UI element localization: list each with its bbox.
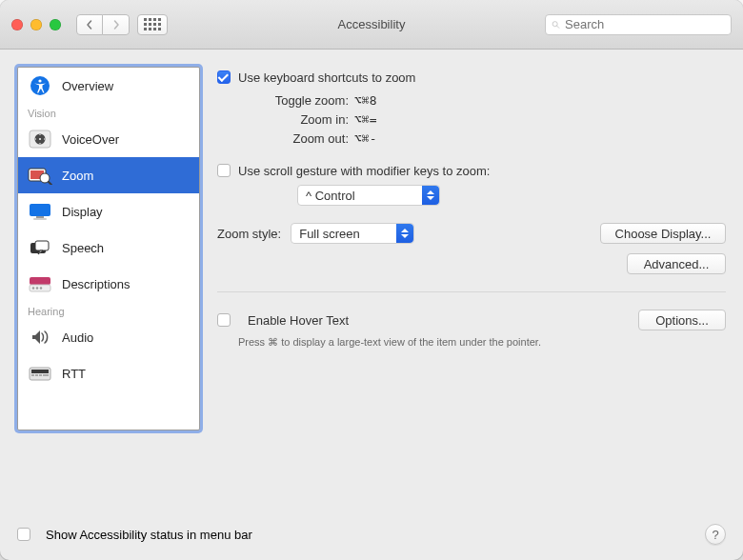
choose-display-label: Choose Display... — [615, 227, 712, 241]
svg-rect-15 — [35, 241, 49, 250]
descriptions-icon — [28, 273, 52, 294]
sidebar-item-audio[interactable]: Audio — [18, 319, 199, 355]
sidebar-item-label: Descriptions — [62, 277, 131, 291]
sidebar-item-voiceover[interactable]: VoiceOver — [18, 121, 199, 157]
body: Overview Vision VoiceOver Zoom Display — [0, 50, 743, 514]
close-window-button[interactable] — [11, 19, 23, 30]
sidebar-item-label: Speech — [62, 241, 104, 255]
svg-rect-26 — [43, 374, 49, 376]
show-status-menubar-label: Show Accessibility status in menu bar — [46, 528, 252, 542]
minimize-window-button[interactable] — [30, 19, 42, 30]
sidebar-item-label: Overview — [62, 79, 113, 93]
svg-line-1 — [557, 26, 559, 28]
advanced-label: Advanced... — [644, 257, 710, 271]
sidebar-category-vision: Vision — [18, 104, 199, 121]
grid-icon — [144, 18, 161, 30]
sidebar-item-label: RTT — [62, 367, 86, 381]
rtt-icon — [28, 363, 52, 384]
audio-icon — [28, 327, 52, 348]
window-controls — [11, 19, 61, 30]
chevron-right-icon — [111, 20, 121, 30]
hover-text-options-button[interactable]: Options... — [638, 310, 726, 330]
zoom-style-select[interactable]: Full screen — [291, 223, 414, 244]
display-icon — [28, 201, 52, 222]
category-sidebar[interactable]: Overview Vision VoiceOver Zoom Display — [17, 67, 200, 430]
svg-rect-21 — [30, 368, 50, 380]
zoom-style-row: Zoom style: Full screen Choose Display..… — [217, 223, 726, 244]
toolbar: Accessibility — [0, 0, 743, 50]
sidebar-item-label: Zoom — [62, 169, 93, 183]
zoom-in-label: Zoom in: — [238, 110, 349, 130]
forward-button[interactable] — [103, 14, 130, 35]
svg-point-18 — [32, 287, 34, 289]
svg-point-3 — [38, 79, 41, 82]
enable-hover-text-label: Enable Hover Text — [248, 313, 349, 328]
advanced-button[interactable]: Advanced... — [627, 253, 726, 274]
sidebar-item-label: VoiceOver — [62, 132, 119, 147]
zoom-settings-panel: Use keyboard shortcuts to zoom Toggle zo… — [217, 67, 726, 507]
footer: Show Accessibility status in menu bar ? — [0, 514, 743, 560]
zoom-in-shortcut: ⌥⌘= — [354, 110, 376, 130]
svg-point-20 — [40, 287, 42, 289]
sidebar-item-overview[interactable]: Overview — [18, 68, 199, 104]
zoom-out-label: Zoom out: — [238, 130, 349, 149]
voiceover-icon — [28, 129, 52, 150]
svg-line-10 — [49, 182, 51, 185]
toggle-zoom-label: Toggle zoom: — [238, 91, 349, 110]
stepper-icon — [396, 224, 413, 243]
sidebar-item-zoom[interactable]: Zoom — [18, 157, 199, 193]
svg-rect-11 — [30, 204, 50, 216]
keyboard-shortcuts-list: Toggle zoom:⌥⌘8 Zoom in:⌥⌘= Zoom out:⌥⌘- — [238, 91, 726, 149]
zoom-window-button[interactable] — [50, 19, 61, 30]
show-all-button[interactable] — [137, 14, 168, 35]
advanced-row: Advanced... — [217, 253, 726, 274]
svg-rect-16 — [30, 277, 50, 285]
search-icon — [552, 19, 560, 30]
modifier-key-value: ^ Control — [306, 189, 355, 203]
svg-rect-22 — [31, 370, 49, 373]
nav-back-forward — [76, 14, 130, 35]
zoom-icon — [28, 165, 52, 186]
use-scroll-gesture-label: Use scroll gesture with modifier keys to… — [238, 164, 490, 178]
options-label: Options... — [655, 313, 709, 328]
help-icon: ? — [712, 528, 718, 542]
stepper-icon — [422, 186, 439, 205]
sidebar-category-hearing: Hearing — [18, 302, 199, 319]
speech-icon — [28, 237, 52, 258]
sidebar-item-rtt[interactable]: RTT — [18, 355, 199, 391]
svg-rect-12 — [36, 216, 44, 218]
svg-point-6 — [39, 138, 41, 140]
use-keyboard-shortcuts-label: Use keyboard shortcuts to zoom — [238, 70, 415, 85]
svg-rect-25 — [39, 374, 42, 376]
help-button[interactable]: ? — [705, 524, 726, 545]
hover-text-hint: Press ⌘ to display a large-text view of … — [238, 336, 726, 349]
use-scroll-gesture-checkbox[interactable] — [217, 164, 231, 177]
choose-display-button[interactable]: Choose Display... — [600, 223, 726, 244]
svg-point-19 — [36, 287, 38, 289]
modifier-key-select[interactable]: ^ Control — [297, 185, 440, 206]
search-input[interactable] — [565, 17, 725, 31]
accessibility-window: Accessibility Overview Vision VoiceOver — [0, 0, 743, 560]
use-keyboard-shortcuts-checkbox[interactable] — [217, 70, 231, 84]
toggle-zoom-shortcut: ⌥⌘8 — [354, 91, 376, 110]
back-button[interactable] — [76, 14, 103, 35]
zoom-style-label: Zoom style: — [217, 227, 281, 241]
hover-text-section: Enable Hover Text Options... Press ⌘ to … — [217, 291, 726, 349]
use-scroll-gesture-row: Use scroll gesture with modifier keys to… — [217, 160, 726, 181]
enable-hover-text-checkbox[interactable] — [217, 313, 231, 327]
sidebar-item-display[interactable]: Display — [18, 193, 199, 230]
svg-rect-13 — [33, 218, 47, 220]
hover-text-row: Enable Hover Text Options... — [217, 310, 726, 330]
sidebar-item-speech[interactable]: Speech — [18, 230, 199, 266]
show-status-menubar-checkbox[interactable] — [17, 528, 30, 541]
sidebar-item-descriptions[interactable]: Descriptions — [18, 266, 199, 302]
search-field[interactable] — [545, 14, 732, 35]
sidebar-item-label: Display — [62, 205, 103, 219]
use-keyboard-shortcuts-row: Use keyboard shortcuts to zoom — [217, 67, 726, 88]
sidebar-item-label: Audio — [62, 330, 93, 345]
accessibility-icon — [28, 75, 52, 96]
chevron-left-icon — [85, 20, 94, 30]
zoom-out-shortcut: ⌥⌘- — [354, 130, 376, 149]
zoom-style-value: Full screen — [299, 227, 360, 241]
svg-rect-23 — [31, 374, 34, 376]
